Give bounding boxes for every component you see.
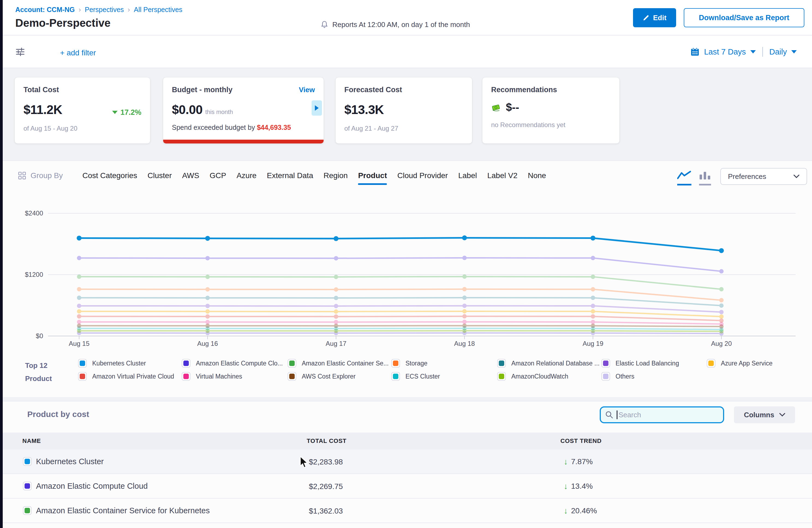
data-point-amazon-elastic-compute-cloud-aug-16[interactable] — [205, 256, 210, 261]
data-point-storage-aug-18[interactable] — [462, 287, 467, 291]
legend-color-chip[interactable] — [497, 372, 506, 381]
data-point-amazon-elastic-container-service-for-kubernetes-aug-17[interactable] — [334, 275, 338, 279]
data-point-kubernetes-cluster-aug-20[interactable] — [719, 248, 724, 253]
data-point-elastic-load-balancing-aug-15[interactable] — [77, 304, 81, 308]
budget-card-next-button[interactable] — [311, 100, 322, 116]
data-point-kubernetes-cluster-aug-16[interactable] — [205, 236, 210, 241]
data-point-azure-app-service-aug-18[interactable] — [462, 309, 467, 313]
preferences-button[interactable]: Preferences — [720, 168, 807, 185]
data-point-amazon-relational-database-service-aug-15[interactable] — [77, 296, 81, 300]
download-save-report-button[interactable]: Download/Save as Report — [684, 8, 804, 27]
legend-color-chip[interactable] — [182, 359, 190, 368]
data-point-storage-aug-19[interactable] — [591, 287, 595, 292]
data-point-virtual-machines-aug-16[interactable] — [205, 320, 210, 324]
groupby-tab-gcp[interactable]: GCP — [209, 171, 226, 185]
legend-color-chip[interactable] — [288, 359, 296, 368]
groupby-tab-none[interactable]: None — [528, 171, 546, 185]
data-point-kubernetes-cluster-aug-15[interactable] — [77, 236, 82, 240]
bar-chart-icon[interactable] — [699, 171, 711, 186]
legend-item-aws-cost-explorer[interactable]: AWS Cost Explorer — [288, 372, 356, 381]
data-point-amazon-relational-database-service-aug-20[interactable] — [719, 303, 724, 308]
breadcrumb-link-perspectives[interactable]: Perspectives — [85, 6, 124, 14]
data-point-amazon-elastic-container-service-for-kubernetes-aug-15[interactable] — [77, 275, 81, 279]
data-point-amazon-relational-database-service-aug-17[interactable] — [334, 296, 338, 300]
data-point-virtual-machines-aug-19[interactable] — [591, 320, 595, 324]
filter-panel-toggle[interactable] — [15, 47, 25, 59]
breadcrumb-link-all-perspectives[interactable]: All Perspectives — [134, 6, 183, 14]
column-header-total-cost[interactable]: TOTAL COST — [307, 438, 347, 444]
budget-view-link[interactable]: View — [299, 86, 315, 94]
column-header-name[interactable]: NAME — [23, 438, 41, 444]
data-point-kubernetes-cluster-aug-17[interactable] — [334, 236, 338, 241]
data-point-virtual-machines-aug-17[interactable] — [334, 320, 338, 324]
data-point-amazon-elastic-compute-cloud-aug-18[interactable] — [462, 256, 467, 260]
table-row-kubernetes-cluster[interactable]: Kubernetes Cluster$2,283.98↓7.87% — [3, 450, 812, 474]
groupby-tab-azure[interactable]: Azure — [236, 171, 257, 185]
legend-item-amazon-relational-database[interactable]: Amazon Relational Database ... — [497, 359, 599, 368]
data-point-aws-cost-explorer-aug-17[interactable] — [334, 324, 338, 328]
search-input[interactable] — [619, 411, 719, 419]
legend-color-chip[interactable] — [288, 372, 296, 381]
data-point-elastic-load-balancing-aug-17[interactable] — [334, 304, 338, 308]
table-row-amazon-elastic-container-service-for-kubernetes[interactable]: Amazon Elastic Container Service for Kub… — [3, 499, 812, 523]
groupby-tab-label[interactable]: Label — [458, 171, 477, 185]
data-point-azure-app-service-aug-17[interactable] — [334, 309, 338, 314]
data-point-amazon-relational-database-service-aug-19[interactable] — [591, 296, 595, 300]
data-point-kubernetes-cluster-aug-18[interactable] — [462, 235, 467, 240]
data-point-azure-app-service-aug-19[interactable] — [591, 309, 595, 314]
groupby-tab-aws[interactable]: AWS — [182, 171, 199, 185]
legend-color-chip[interactable] — [182, 372, 190, 381]
data-point-amazon-elastic-container-service-for-kubernetes-aug-18[interactable] — [462, 274, 467, 279]
data-point-elastic-load-balancing-aug-18[interactable] — [462, 304, 467, 308]
legend-item-amazoncloudwatch[interactable]: AmazonCloudWatch — [497, 372, 568, 381]
data-point-amazon-elastic-container-service-for-kubernetes-aug-16[interactable] — [205, 275, 210, 279]
data-point-elastic-load-balancing-aug-16[interactable] — [205, 304, 210, 308]
data-point-virtual-machines-aug-15[interactable] — [77, 320, 81, 324]
groupby-tab-external-data[interactable]: External Data — [267, 171, 313, 185]
granularity-caret-icon[interactable] — [791, 50, 797, 54]
legend-color-chip[interactable] — [707, 359, 715, 368]
data-point-storage-aug-17[interactable] — [334, 287, 338, 292]
legend-item-others[interactable]: Others — [601, 372, 634, 381]
groupby-tab-cost-categories[interactable]: Cost Categories — [83, 171, 137, 185]
column-header-cost-trend[interactable]: COST TREND — [561, 438, 601, 444]
legend-item-kubernetes-cluster[interactable]: Kubernetes Cluster — [78, 359, 146, 368]
data-point-storage-aug-16[interactable] — [205, 287, 210, 292]
legend-item-virtual-machines[interactable]: Virtual Machines — [182, 372, 242, 381]
data-point-amazon-virtual-private-cloud-aug-16[interactable] — [205, 314, 210, 319]
data-point-amazon-virtual-private-cloud-aug-15[interactable] — [77, 314, 81, 319]
data-point-amazon-elastic-container-service-for-kubernetes-aug-20[interactable] — [719, 287, 724, 291]
data-point-amazon-virtual-private-cloud-aug-17[interactable] — [334, 314, 338, 319]
legend-color-chip[interactable] — [497, 359, 506, 368]
legend-color-chip[interactable] — [391, 359, 400, 368]
data-point-amazon-elastic-compute-cloud-aug-20[interactable] — [719, 269, 724, 274]
data-point-aws-cost-explorer-aug-15[interactable] — [77, 323, 81, 328]
legend-item-amazon-elastic-container-se[interactable]: Amazon Elastic Container Se... — [288, 359, 389, 368]
data-point-azure-app-service-aug-16[interactable] — [205, 309, 210, 314]
legend-item-elastic-load-balancing[interactable]: Elastic Load Balancing — [601, 359, 679, 368]
legend-item-ecs-cluster[interactable]: ECS Cluster — [391, 372, 440, 381]
legend-item-amazon-elastic-compute-clo[interactable]: Amazon Elastic Compute Clo... — [182, 359, 283, 368]
columns-button[interactable]: Columns — [734, 406, 795, 423]
table-search[interactable] — [600, 406, 724, 423]
groupby-tab-cloud-provider[interactable]: Cloud Provider — [397, 171, 448, 185]
data-point-storage-aug-20[interactable] — [719, 298, 724, 303]
data-point-amazon-virtual-private-cloud-aug-19[interactable] — [591, 314, 595, 319]
data-point-amazon-relational-database-service-aug-18[interactable] — [462, 296, 467, 300]
date-range-selector[interactable]: Last 7 Days — [704, 47, 746, 57]
legend-color-chip[interactable] — [78, 359, 87, 368]
legend-item-storage[interactable]: Storage — [391, 359, 427, 368]
granularity-selector[interactable]: Daily — [769, 47, 787, 57]
data-point-azure-app-service-aug-20[interactable] — [719, 314, 724, 319]
data-point-amazon-elastic-compute-cloud-aug-15[interactable] — [77, 256, 81, 260]
edit-button[interactable]: Edit — [633, 8, 676, 27]
collapsed-nav-edge[interactable] — [0, 0, 3, 528]
data-point-storage-aug-15[interactable] — [77, 287, 81, 291]
add-filter-button[interactable]: + add filter — [60, 48, 96, 57]
data-point-amazon-elastic-container-service-for-kubernetes-aug-19[interactable] — [591, 275, 595, 279]
data-point-amazon-virtual-private-cloud-aug-18[interactable] — [462, 314, 467, 319]
data-point-amazon-elastic-compute-cloud-aug-19[interactable] — [591, 256, 595, 260]
groupby-tab-region[interactable]: Region — [323, 171, 348, 185]
data-point-amazon-virtual-private-cloud-aug-20[interactable] — [719, 318, 724, 323]
data-point-amazon-relational-database-service-aug-16[interactable] — [205, 296, 210, 300]
